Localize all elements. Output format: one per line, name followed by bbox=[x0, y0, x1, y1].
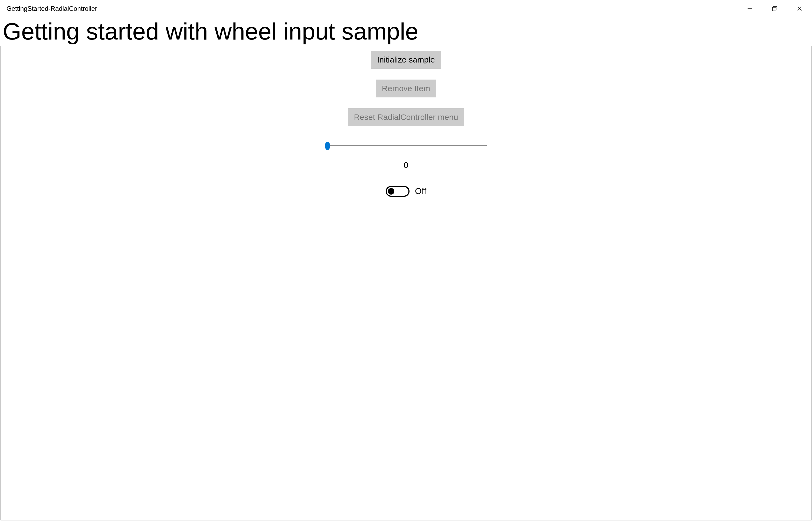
content-panel: Initialize sample Remove Item Reset Radi… bbox=[1, 46, 811, 521]
window-controls bbox=[737, 0, 812, 17]
slider-track bbox=[328, 145, 487, 146]
value-slider[interactable] bbox=[325, 141, 487, 150]
close-icon bbox=[797, 6, 802, 11]
minimize-button[interactable] bbox=[737, 0, 762, 17]
reset-menu-button[interactable]: Reset RadialController menu bbox=[348, 108, 464, 126]
remove-item-button[interactable]: Remove Item bbox=[376, 79, 436, 97]
svg-rect-2 bbox=[772, 7, 776, 11]
titlebar: GettingStarted-RadialController bbox=[0, 0, 812, 17]
maximize-icon bbox=[772, 6, 777, 11]
initialize-button[interactable]: Initialize sample bbox=[371, 51, 441, 69]
toggle-state-label: Off bbox=[415, 186, 426, 196]
toggle-knob bbox=[388, 188, 394, 195]
minimize-icon bbox=[747, 6, 752, 11]
page-title: Getting started with wheel input sample bbox=[0, 18, 812, 45]
window-title: GettingStarted-RadialController bbox=[6, 5, 97, 13]
controls-column: Initialize sample Remove Item Reset Radi… bbox=[325, 46, 487, 197]
close-button[interactable] bbox=[787, 0, 812, 17]
slider-value-label: 0 bbox=[404, 160, 408, 170]
slider-thumb[interactable] bbox=[325, 142, 330, 150]
toggle-switch[interactable] bbox=[386, 186, 409, 197]
toggle-row: Off bbox=[386, 186, 426, 197]
maximize-button[interactable] bbox=[762, 0, 787, 17]
